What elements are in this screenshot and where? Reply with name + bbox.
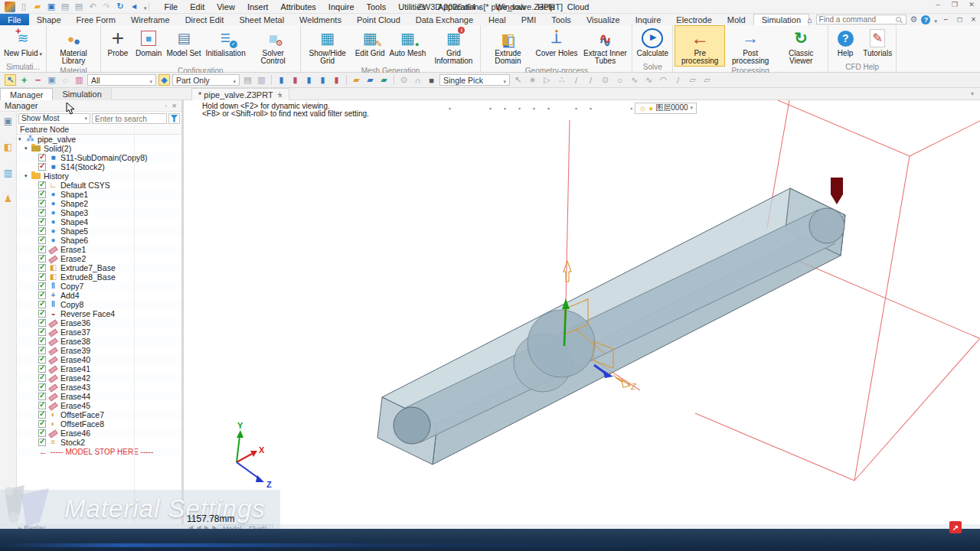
history-tool-icon[interactable] (426, 74, 437, 86)
help-dropdown-caret[interactable] (934, 15, 937, 24)
tree-item-checkbox[interactable] (38, 337, 46, 345)
ribbon-tab[interactable]: Free Form (69, 14, 123, 25)
tree-item-checkbox[interactable] (38, 282, 46, 290)
ribbon-tab[interactable]: Electrode (668, 14, 719, 25)
filter-funnel-button[interactable] (168, 113, 180, 124)
quick-access-icon[interactable] (115, 2, 126, 12)
selection-tool-icon[interactable] (46, 74, 57, 86)
entity-type-filter-icon[interactable] (289, 74, 301, 86)
tree-item-checkbox[interactable] (38, 356, 46, 364)
new-tab-button[interactable] (277, 90, 282, 99)
quick-access-icon[interactable] (5, 2, 15, 12)
entity-type-filter-icon[interactable] (303, 74, 315, 86)
ribbon-button[interactable]: Calculate (634, 25, 671, 59)
history-tool-icon[interactable] (412, 74, 423, 86)
tree-item-checkbox[interactable] (38, 209, 46, 217)
tree-item-checkbox[interactable] (38, 365, 46, 373)
tree-item-checkbox[interactable] (38, 200, 46, 207)
quick-access-icon[interactable] (60, 2, 70, 12)
panel-tab[interactable]: Manager (0, 88, 53, 100)
selection-tool-icon[interactable] (74, 74, 85, 86)
qat-dropdown-caret[interactable] (144, 2, 147, 11)
ribbon-tab[interactable]: Inquire (628, 14, 669, 25)
selection-tool-icon[interactable] (32, 74, 44, 86)
panel-tab[interactable]: Simulation (53, 88, 111, 100)
tree-search-box[interactable] (92, 113, 167, 124)
ribbon-tab[interactable]: Shape (29, 14, 69, 25)
snap-tool-icon[interactable] (614, 74, 626, 86)
selection-tool-icon[interactable] (5, 74, 16, 86)
tree-item-checkbox[interactable] (38, 439, 46, 446)
entity-filter-combo[interactable]: All (87, 74, 156, 86)
restore-icon[interactable] (949, 1, 960, 8)
tree-item-checkbox[interactable] (38, 429, 46, 437)
ribbon-button[interactable]: Cover Holes (533, 25, 580, 59)
pick-mode-combo[interactable]: Single Pick (439, 74, 510, 86)
tree-item-checkbox[interactable] (38, 402, 46, 409)
ribbon-tab[interactable]: Simulation (753, 14, 809, 25)
entity-type-filter-icon[interactable] (276, 74, 287, 86)
snap-tool-icon[interactable] (687, 74, 698, 86)
tree-item-checkbox[interactable] (38, 411, 46, 419)
ribbon-button[interactable]: Extract Inner Tubes (580, 25, 630, 67)
snap-tool-icon[interactable] (585, 74, 596, 86)
document-filter-icon[interactable] (364, 74, 376, 86)
close-panel-icon[interactable] (172, 103, 177, 109)
display-filter-icon[interactable] (256, 74, 267, 86)
snap-tool-icon[interactable] (570, 74, 582, 86)
tree-item-checkbox[interactable] (38, 374, 46, 382)
tree-item-checkbox[interactable] (38, 154, 46, 161)
show-filter-combo[interactable]: Show Most ▾ (18, 113, 90, 124)
expand-arrow-icon[interactable] (24, 145, 31, 152)
3d-viewport[interactable]: Hold down <F2> for dynamic viewing. <F8>… (184, 100, 980, 529)
ribbon-tab[interactable]: Weldments (292, 14, 349, 25)
ribbon-button[interactable]: Initialisation (203, 25, 247, 59)
ribbon-button[interactable]: Auto Mesh (387, 25, 429, 59)
tree-item[interactable]: ----- MODEL STOP HERE ----- (17, 447, 181, 456)
tree-item-checkbox[interactable] (38, 218, 46, 226)
command-search-box[interactable] (816, 15, 906, 24)
ribbon-button[interactable]: Grid Information (428, 25, 479, 67)
manager-tree-icon[interactable] (2, 115, 15, 127)
tree-item-checkbox[interactable] (38, 246, 46, 253)
snap-tool-icon[interactable] (541, 74, 553, 86)
settings-gear-icon[interactable] (910, 15, 918, 24)
collapse-tabbar-icon[interactable] (971, 90, 974, 97)
ribbon-button[interactable]: Tutorials (861, 25, 894, 59)
snap-tool-icon[interactable] (643, 74, 655, 86)
quick-access-icon[interactable] (46, 2, 57, 12)
ribbon-button[interactable]: New Fluid (2, 25, 44, 60)
ribbon-button[interactable]: Show/Hide Grid (302, 25, 353, 67)
tree-item-checkbox[interactable] (38, 347, 46, 354)
ribbon-tab[interactable]: Wireframe (123, 14, 178, 25)
tree-item[interactable]: S14(Stock2) (17, 162, 181, 171)
menu-item[interactable]: File (158, 1, 185, 13)
ribbon-button[interactable]: Post processing (725, 25, 776, 67)
entity-type-filter-icon[interactable] (331, 74, 342, 86)
tree-item-checkbox[interactable] (38, 163, 46, 171)
ribbon-button[interactable]: Domain (133, 25, 164, 59)
display-filter-icon[interactable] (242, 74, 253, 86)
selection-tool-icon[interactable] (18, 74, 30, 86)
tree-item-checkbox[interactable] (38, 264, 46, 272)
ribbon-tab[interactable]: Mold (720, 14, 753, 25)
3d-scene[interactable]: Z Y X Z (184, 100, 980, 529)
tree-item-checkbox[interactable] (38, 420, 46, 428)
ribbon-minimize-icon[interactable]: − (941, 15, 951, 24)
snap-tool-icon[interactable] (672, 74, 684, 86)
menu-item[interactable]: Inquire (322, 1, 361, 13)
quick-access-icon[interactable] (87, 2, 98, 12)
ribbon-tab[interactable]: Heal (481, 14, 514, 25)
snap-tool-icon[interactable] (658, 74, 669, 86)
tree-item-checkbox[interactable] (38, 319, 46, 327)
snap-tool-icon[interactable] (701, 74, 713, 86)
ribbon-tab[interactable]: Data Exchange (408, 14, 481, 25)
ribbon-button[interactable]: Pre processing (675, 25, 725, 67)
tree-item-checkbox[interactable] (38, 191, 46, 198)
ribbon-tab[interactable]: Point Cloud (349, 14, 408, 25)
visual-manager-icon[interactable] (2, 141, 15, 153)
tree-item-checkbox[interactable] (38, 292, 46, 299)
ribbon-button[interactable]: Classic Viewer (776, 25, 826, 67)
close-icon[interactable] (966, 1, 977, 8)
tree-search-input[interactable] (93, 114, 166, 123)
